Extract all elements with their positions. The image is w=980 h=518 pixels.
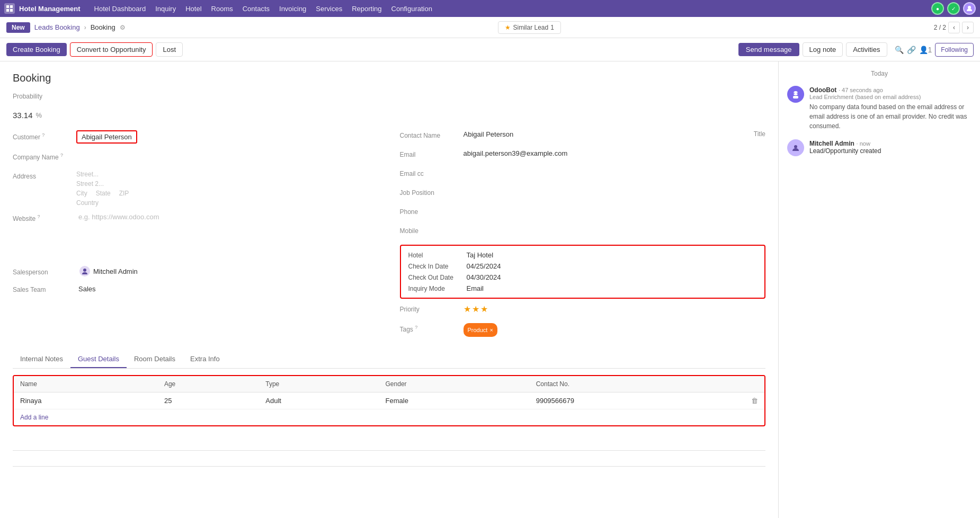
similar-lead-button[interactable]: ★ Similar Lead 1 — [498, 21, 560, 34]
chat-message-odobot: OdooBot · 47 seconds ago Lead Enrichment… — [787, 86, 972, 131]
odobot-message-content: OdooBot · 47 seconds ago Lead Enrichment… — [809, 86, 972, 131]
nav-services[interactable]: Services — [311, 0, 346, 17]
col-age: Age — [158, 376, 259, 392]
salesperson-name[interactable]: Mitchell Admin — [93, 267, 138, 275]
tab-extra-info[interactable]: Extra Info — [183, 351, 227, 368]
nav-right-area: ● ✓ — [931, 2, 976, 15]
create-booking-button[interactable]: Create Booking — [6, 43, 67, 56]
two-col-form: Customer ? Abigail Peterson Company Name… — [13, 130, 765, 342]
mitchell-avatar — [787, 139, 804, 156]
state-input[interactable]: State — [96, 190, 111, 197]
user-count-icon[interactable]: 👤1 — [919, 46, 932, 54]
user-avatar-main[interactable] — [963, 2, 976, 15]
odobot-time: · 47 seconds ago — [839, 87, 883, 93]
lost-button[interactable]: Lost — [156, 42, 183, 57]
email-value[interactable]: abigail.peterson39@example.com — [464, 149, 568, 163]
company-name-value[interactable] — [76, 150, 368, 153]
svg-rect-3 — [10, 9, 13, 12]
tab-internal-notes[interactable]: Internal Notes — [13, 351, 70, 368]
send-message-button[interactable]: Send message — [738, 43, 799, 56]
nav-contacts[interactable]: Contacts — [238, 0, 274, 17]
next-record-button[interactable]: › — [962, 22, 974, 33]
probability-row: Probability — [13, 93, 765, 100]
street-input[interactable]: Street... — [76, 171, 129, 178]
guest-delete[interactable]: 🗑 — [745, 392, 764, 409]
similar-lead-label: Similar Lead — [513, 24, 548, 31]
col-name: Name — [14, 376, 158, 392]
city-input[interactable]: City — [76, 190, 87, 197]
nav-hotel[interactable]: Hotel — [181, 0, 206, 17]
checkin-label: Check In Date — [408, 263, 467, 270]
nav-hotel-dashboard[interactable]: Hotel Dashboard — [90, 0, 150, 17]
settings-gear-icon[interactable]: ⚙ — [120, 24, 126, 31]
search-icon[interactable]: 🔍 — [895, 46, 904, 54]
salesperson-value-group: Mitchell Admin — [79, 266, 138, 276]
top-navigation: Hotel Management Hotel Dashboard Inquiry… — [0, 0, 980, 17]
sales-team-row: Sales Team Sales — [13, 284, 368, 299]
svg-rect-1 — [10, 5, 13, 8]
salesperson-label: Salesperson — [13, 266, 76, 276]
star-1[interactable]: ★ — [464, 304, 471, 318]
checkout-value[interactable]: 04/30/2024 — [467, 273, 501, 281]
probability-value[interactable]: 33.14 — [13, 111, 33, 120]
col-actions — [745, 376, 764, 392]
mitchell-message-content: Mitchell Admin · now Lead/Opportunity cr… — [809, 139, 972, 156]
following-button[interactable]: Following — [935, 43, 974, 57]
priority-row: Priority ★ ★ ★ — [400, 304, 766, 318]
log-note-button[interactable]: Log note — [803, 42, 843, 57]
activities-button[interactable]: Activities — [846, 42, 887, 57]
tag-remove-icon[interactable]: × — [489, 327, 493, 333]
star-icon: ★ — [505, 24, 511, 31]
email-label: Email — [400, 149, 464, 163]
website-row: Website ? e.g. https://www.odoo.com — [13, 212, 368, 227]
link-icon[interactable]: 🔗 — [907, 46, 916, 54]
product-tag[interactable]: Product × — [464, 323, 497, 337]
convert-to-opportunity-button[interactable]: Convert to Opportunity — [70, 42, 153, 57]
svg-point-5 — [83, 269, 86, 272]
star-3[interactable]: ★ — [480, 304, 488, 318]
odobot-avatar — [787, 86, 804, 103]
app-grid-icon[interactable] — [4, 3, 15, 14]
user-avatar-2[interactable]: ✓ — [947, 2, 960, 15]
tab-guest-details[interactable]: Guest Details — [70, 351, 127, 368]
star-2[interactable]: ★ — [472, 304, 479, 318]
svg-point-8 — [794, 93, 795, 94]
nav-configuration[interactable]: Configuration — [387, 0, 436, 17]
form-title: Booking — [13, 72, 765, 84]
sales-team-value[interactable]: Sales — [76, 284, 368, 294]
col-type: Type — [259, 376, 379, 392]
email-cc-label: Email cc — [400, 168, 464, 182]
empty-row-1 — [13, 435, 765, 451]
company-name-label: Company Name ? — [13, 150, 76, 161]
contact-name-value[interactable]: Abigail Peterson — [464, 130, 514, 144]
nav-invoicing[interactable]: Invoicing — [275, 0, 310, 17]
add-line-button[interactable]: Add a line — [14, 409, 764, 425]
svg-point-10 — [794, 145, 797, 148]
right-action-buttons: Send message Log note Activities 🔍 🔗 👤1 … — [738, 42, 974, 57]
website-input[interactable]: e.g. https://www.odoo.com — [76, 212, 368, 222]
priority-label: Priority — [400, 304, 464, 318]
street2-input[interactable]: Street 2... — [76, 180, 129, 187]
form-right: Contact Name Abigail Peterson Title Emai… — [389, 130, 766, 342]
guest-table-wrapper: Name Age Type Gender Contact No. Rinaya … — [13, 375, 765, 426]
svg-rect-7 — [793, 96, 798, 99]
country-input[interactable]: Country — [76, 199, 129, 207]
similar-lead-count: 1 — [550, 24, 554, 31]
city-state-zip-row: City State ZIP — [76, 190, 129, 197]
inquiry-mode-value[interactable]: Email — [467, 284, 484, 292]
nav-reporting[interactable]: Reporting — [348, 0, 386, 17]
prev-record-button[interactable]: ‹ — [948, 22, 960, 33]
customer-value-box: Abigail Peterson — [76, 130, 137, 144]
new-button[interactable]: New — [6, 22, 30, 33]
customer-value[interactable]: Abigail Peterson — [76, 130, 137, 144]
tab-room-details[interactable]: Room Details — [127, 351, 183, 368]
breadcrumb-parent[interactable]: Leads Booking — [34, 23, 80, 31]
checkin-value[interactable]: 04/25/2024 — [467, 262, 501, 270]
priority-stars[interactable]: ★ ★ ★ — [464, 304, 488, 318]
zip-input[interactable]: ZIP — [119, 190, 129, 197]
mitchell-time: · now — [857, 140, 870, 147]
hotel-value[interactable]: Taj Hotel — [467, 251, 494, 259]
nav-inquiry[interactable]: Inquiry — [151, 0, 180, 17]
nav-rooms[interactable]: Rooms — [207, 0, 237, 17]
user-avatar-1[interactable]: ● — [931, 2, 944, 15]
